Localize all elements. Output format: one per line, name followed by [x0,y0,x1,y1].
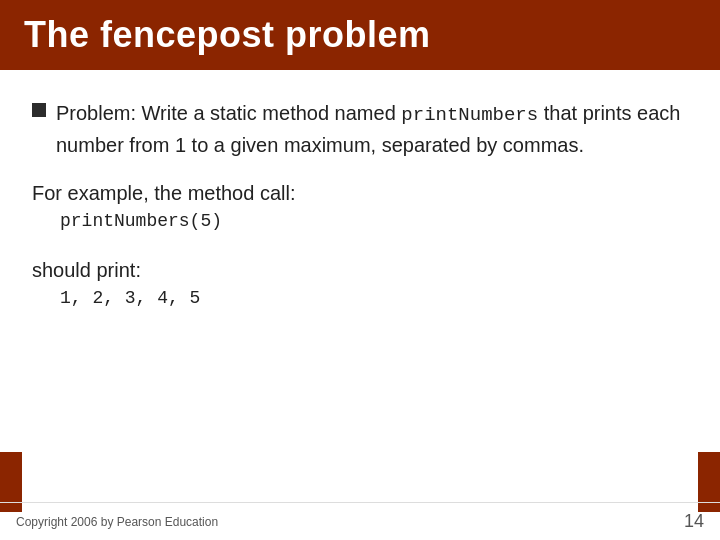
page-number: 14 [684,511,704,532]
should-print-code: 1, 2, 3, 4, 5 [60,288,688,308]
for-example-code: printNumbers(5) [60,211,688,231]
should-print-label: should print: [32,259,688,282]
bullet-monospace: printNumbers [401,104,538,126]
copyright-text: Copyright 2006 by Pearson Education [16,515,218,529]
bullet-section: Problem: Write a static method named pri… [32,98,688,160]
bullet-text-before: Problem: Write a static method named [56,102,401,124]
slide: The fencepost problem Problem: Write a s… [0,0,720,540]
for-example-label: For example, the method call: [32,182,688,205]
should-print-section: should print: 1, 2, 3, 4, 5 [32,259,688,326]
slide-title: The fencepost problem [24,14,431,56]
title-bar: The fencepost problem [0,0,720,70]
footer: Copyright 2006 by Pearson Education 14 [0,502,720,540]
bullet-icon [32,103,46,117]
bullet-text: Problem: Write a static method named pri… [56,98,688,160]
content-area: Problem: Write a static method named pri… [0,70,720,540]
